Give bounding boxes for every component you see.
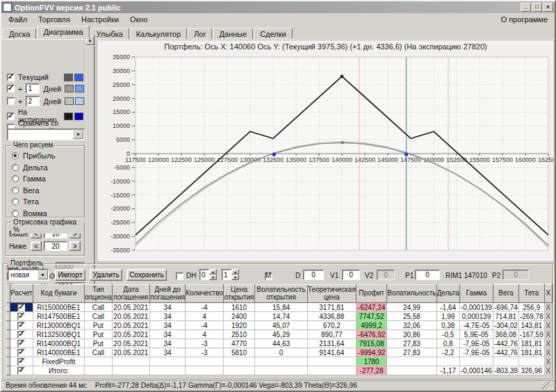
row-calc-checkbox[interactable] (17, 304, 25, 311)
column-header-X[interactable]: X (544, 285, 552, 303)
draw-option-Дельта[interactable]: Дельта (12, 163, 83, 172)
radio-icon[interactable] (12, 198, 19, 205)
draw-option-Тета[interactable]: Тета (12, 197, 83, 206)
column-header-Дата погашения[interactable]: Дата погашения (112, 285, 149, 303)
row-calc-checkbox[interactable] (17, 313, 25, 320)
plus1-days-input[interactable] (26, 83, 40, 94)
column-header-Гамма[interactable]: Гамма (459, 285, 493, 303)
delete-button[interactable]: Удалить (90, 269, 122, 281)
column-header-Волатильность открытия[interactable]: Волатильность открытия (255, 285, 308, 303)
tab-Сделки[interactable]: Сделки (254, 28, 293, 39)
tab-Лог[interactable]: Лог (188, 28, 212, 39)
current-line-color-swatch[interactable] (64, 74, 73, 81)
tab-Улыбка[interactable]: Улыбка (90, 28, 129, 39)
dh-spinner2-input[interactable] (222, 269, 231, 280)
resize-grip[interactable] (542, 382, 550, 390)
import-button[interactable]: Импорт (55, 269, 85, 281)
row-calc-checkbox[interactable] (17, 331, 25, 338)
plus2-marker-color-swatch[interactable] (75, 97, 84, 105)
tab-Доска[interactable]: Доска (3, 28, 36, 39)
maximize-button[interactable]: □ (532, 3, 542, 12)
below-percent-input[interactable] (44, 241, 67, 251)
calc-cell[interactable] (10, 321, 33, 330)
row-calc-checkbox[interactable] (17, 367, 25, 375)
calc-cell[interactable] (10, 366, 33, 375)
column-header-Теоретическая цена[interactable]: Теоретическая цена (307, 285, 356, 303)
calc-cell[interactable] (10, 312, 33, 321)
column-header-Код бумаги[interactable]: Код бумаги (33, 285, 84, 303)
below-increment-button[interactable]: > (70, 241, 81, 251)
column-header-Дельта[interactable]: Дельта (436, 285, 459, 303)
radio-icon[interactable] (12, 210, 19, 217)
current-marker-color-swatch[interactable] (74, 74, 83, 81)
expiry-checkbox[interactable] (7, 113, 15, 120)
row-calc-checkbox[interactable] (17, 349, 25, 357)
row-delete-button[interactable]: X (544, 321, 552, 330)
spin-down-icon[interactable]: ▼ (231, 275, 239, 280)
menu-item-Настройки[interactable]: Настройки (76, 14, 124, 25)
column-header-Количество[interactable]: Количество (186, 285, 224, 303)
row-calc-checkbox[interactable] (17, 358, 25, 366)
draw-option-Вомма[interactable]: Вомма (12, 209, 83, 218)
expiry-marker-color-swatch[interactable] (74, 113, 83, 120)
v1-input[interactable] (342, 270, 360, 280)
menu-item-Файл[interactable]: Файл (3, 14, 33, 25)
menu-item-Торговля[interactable]: Торговля (33, 14, 76, 25)
column-header-Расчет[interactable]: Расчет (10, 285, 33, 303)
row-calc-checkbox[interactable] (17, 340, 25, 348)
plus1-checkbox[interactable] (7, 85, 15, 92)
menu-about[interactable]: О программе (496, 14, 553, 25)
row-delete-button[interactable]: X (544, 303, 552, 312)
row-delete-button[interactable]: X (544, 330, 552, 339)
row-delete-button[interactable]: X (544, 357, 552, 366)
calc-cell[interactable] (10, 357, 33, 366)
current-checkbox[interactable] (7, 74, 15, 81)
spin-up-icon[interactable]: ▲ (231, 269, 239, 275)
spin-up-icon[interactable]: ▲ (209, 269, 217, 275)
calc-cell[interactable] (10, 339, 33, 348)
spin-down-icon[interactable]: ▼ (209, 275, 217, 280)
row-delete-button[interactable]: X (544, 366, 552, 375)
draw-option-Прибыль[interactable]: Прибыль (12, 152, 83, 160)
calc-cell[interactable] (10, 303, 33, 312)
draw-option-Гамма[interactable]: Гамма (12, 174, 83, 183)
strategy-combobox[interactable]: ▼ (7, 129, 85, 140)
column-header-Тета[interactable]: Тета (518, 285, 544, 303)
tab-Данные[interactable]: Данные (213, 28, 253, 39)
expiry-line-color-swatch[interactable] (64, 113, 73, 120)
save-button[interactable]: Сохранить (126, 269, 167, 281)
row-delete-button[interactable]: X (544, 339, 552, 348)
column-header-Профит[interactable]: Профит (356, 285, 386, 303)
menu-item-Окно[interactable]: Окно (124, 14, 154, 25)
below-decrement-button[interactable]: < (31, 241, 42, 251)
draw-option-Вега[interactable]: Вега (12, 186, 83, 195)
close-button[interactable]: x (543, 3, 553, 12)
dh-checkbox[interactable] (176, 272, 183, 280)
column-header-Волатильность[interactable]: Волатильность (387, 285, 436, 303)
chevron-down-icon[interactable]: ▼ (38, 270, 48, 279)
radio-icon[interactable] (12, 175, 19, 182)
radio-icon[interactable] (12, 187, 19, 194)
plus1-line-color-swatch[interactable] (65, 85, 74, 92)
column-header-Вега[interactable]: Вега (493, 285, 518, 303)
p1-input[interactable] (415, 270, 440, 280)
d-input[interactable] (303, 270, 324, 280)
plus1-marker-color-swatch[interactable] (75, 85, 84, 92)
calc-cell[interactable] (10, 348, 33, 357)
radio-icon[interactable] (12, 152, 19, 159)
column-header-Дней до погашения[interactable]: Дней до погашения (149, 285, 185, 303)
tab-Калькулятор[interactable]: Калькулятор (130, 28, 187, 39)
dh-spinner1-input[interactable] (199, 269, 209, 280)
plus2-days-input[interactable] (26, 96, 40, 106)
chevron-down-icon[interactable]: ▼ (73, 130, 83, 139)
row-calc-checkbox[interactable] (17, 322, 25, 329)
column-header-Цена открытия[interactable]: Цена открытия (224, 285, 255, 303)
radio-icon[interactable] (12, 164, 19, 171)
calc-cell[interactable] (10, 330, 33, 339)
column-header-Тип опциона[interactable]: Тип опциона (84, 285, 112, 303)
payoff-chart[interactable]: 35000300002500020000150001000050000-5000… (98, 53, 553, 260)
row-delete-button[interactable]: X (544, 312, 552, 321)
row-delete-button[interactable]: X (544, 348, 552, 357)
plus2-checkbox[interactable] (7, 97, 15, 105)
portfolio-preset-combobox[interactable]: новая ▼ (8, 269, 49, 281)
